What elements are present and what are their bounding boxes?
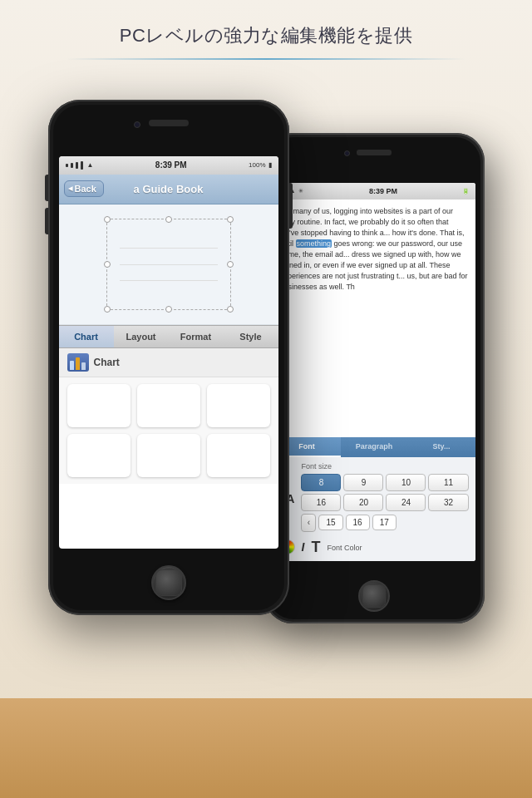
signal-icons: ▲ (66, 161, 94, 170)
signal-bar-4 (81, 161, 83, 170)
battery-percent: 100% (249, 161, 265, 169)
right-battery: 🔋 (462, 188, 470, 195)
signal-bar-1 (66, 164, 68, 167)
chart-selection-box[interactable] (106, 219, 231, 310)
handle-bm[interactable] (165, 306, 172, 313)
handle-bl[interactable] (104, 306, 111, 313)
swatch-green[interactable] (137, 434, 200, 477)
signal-bar-2 (71, 163, 73, 168)
font-color-label: Font Color (327, 542, 468, 552)
left-speaker (149, 120, 189, 126)
swatch-colorful[interactable] (67, 384, 131, 427)
handle-ml[interactable] (104, 261, 111, 268)
size-btn-32[interactable]: 32 (428, 494, 468, 511)
handle-br[interactable] (227, 306, 234, 313)
handle-mr[interactable] (227, 261, 234, 268)
size-custom-16[interactable]: 16 (346, 515, 370, 530)
icon-bar-3 (81, 362, 86, 369)
right-screen: ▲ ✳ 8:39 PM 🔋 For many of us, logging in… (273, 183, 475, 561)
swatch-gray[interactable] (137, 384, 200, 427)
left-vol-up (45, 175, 48, 201)
panel-tab-style[interactable]: Sty... (408, 437, 475, 457)
right-camera (344, 150, 350, 156)
size-btn-11[interactable]: 11 (428, 474, 468, 491)
swatch-bars-6 (233, 434, 244, 477)
right-status-bar: ▲ ✳ 8:39 PM 🔋 (273, 183, 475, 200)
left-power-button (289, 183, 293, 229)
right-time: 8:39 PM (369, 187, 397, 195)
wifi-icon: ▲ (87, 161, 94, 169)
right-phone: ▲ ✳ 8:39 PM 🔋 For many of us, logging in… (264, 133, 485, 623)
chart-display-area (59, 204, 278, 325)
article-text: For many of us, logging into websites is… (273, 200, 475, 308)
font-size-decrease[interactable]: ‹ (301, 514, 316, 532)
page-title: PCレベルの強力な編集機能を提供 (33, 23, 499, 48)
chart-type-icon (67, 353, 89, 372)
font-size-custom-row: ‹ 15 16 17 (301, 514, 468, 532)
tab-format[interactable]: Format (169, 326, 224, 347)
right-extra-icon: ✳ (298, 188, 303, 195)
swatch-blue[interactable] (67, 434, 131, 477)
grid-line-2 (120, 264, 218, 265)
size-btn-16[interactable]: 16 (301, 494, 341, 511)
left-nav-bar: Back a Guide Book (59, 175, 278, 204)
left-vol-down (45, 208, 48, 234)
swatch-purple[interactable] (207, 434, 270, 477)
font-size-section-label: Font size (301, 462, 468, 470)
font-panel: Font Paragraph Sty... aA Font size 8 9 1… (273, 437, 475, 561)
handle-tl[interactable] (104, 216, 111, 223)
battery-icon: ▮ (268, 161, 272, 169)
highlighted-word: something (296, 239, 332, 248)
left-home-button-inner (155, 569, 182, 596)
nav-title: a Guide Book (134, 183, 204, 195)
left-camera (134, 121, 140, 128)
italic-text-icon[interactable]: I (302, 540, 305, 554)
chart-panel-header: Chart (59, 348, 278, 377)
handle-tr[interactable] (227, 216, 234, 223)
handle-tm[interactable] (165, 216, 172, 223)
header: PCレベルの強力な編集機能を提供 (0, 0, 532, 75)
signal-bar-3 (76, 162, 78, 169)
right-home-button-inner (362, 584, 386, 608)
size-btn-8[interactable]: 8 (301, 474, 341, 491)
swatch-bars-2 (163, 384, 175, 427)
font-size-grid: 8 9 10 11 16 20 24 32 (301, 474, 468, 511)
tab-style[interactable]: Style (224, 326, 278, 347)
back-button[interactable]: Back (64, 180, 104, 197)
color-swatches-grid (59, 377, 278, 484)
font-panel-content: aA Font size 8 9 10 11 16 20 24 (273, 457, 475, 561)
font-color-row: I T Font Color (280, 539, 469, 556)
chart-grid (120, 232, 218, 297)
tab-chart[interactable]: Chart (59, 326, 114, 347)
left-phone: ▲ 8:39 PM 100% ▮ Back a Guide Book (48, 100, 289, 615)
panel-tab-paragraph[interactable]: Paragraph (341, 437, 408, 457)
swatch-red[interactable] (207, 384, 270, 427)
size-custom-values: 15 16 17 (318, 515, 396, 530)
header-divider (66, 58, 466, 60)
size-btn-10[interactable]: 10 (386, 474, 426, 491)
size-custom-17[interactable]: 17 (372, 515, 397, 530)
grid-line-1 (120, 248, 218, 249)
right-home-button[interactable] (358, 580, 390, 612)
left-time: 8:39 PM (155, 160, 187, 170)
size-btn-20[interactable]: 20 (343, 494, 383, 511)
swatch-bars-5 (163, 434, 175, 477)
font-controls-row: aA Font size 8 9 10 11 16 20 24 (280, 462, 469, 535)
size-btn-9[interactable]: 9 (343, 474, 383, 491)
size-btn-24[interactable]: 24 (386, 494, 426, 511)
left-screen: ▲ 8:39 PM 100% ▮ Back a Guide Book (59, 156, 278, 549)
size-custom-15[interactable]: 15 (318, 515, 342, 530)
mini-bar-chart (120, 232, 218, 297)
phones-container: ▲ 8:39 PM 100% ▮ Back a Guide Book (0, 75, 532, 623)
grid-line-3 (120, 280, 218, 281)
table-surface (0, 698, 532, 798)
left-status-bar: ▲ 8:39 PM 100% ▮ (59, 156, 278, 175)
swatch-bars-1 (93, 384, 105, 427)
tab-layout[interactable]: Layout (114, 326, 169, 347)
chart-panel-title: Chart (94, 357, 120, 368)
left-home-button[interactable] (151, 565, 186, 600)
swatch-bars-3 (233, 384, 244, 427)
battery-area: 100% ▮ (249, 161, 271, 169)
icon-bar-1 (70, 361, 74, 370)
text-size-icon: T (311, 539, 320, 556)
